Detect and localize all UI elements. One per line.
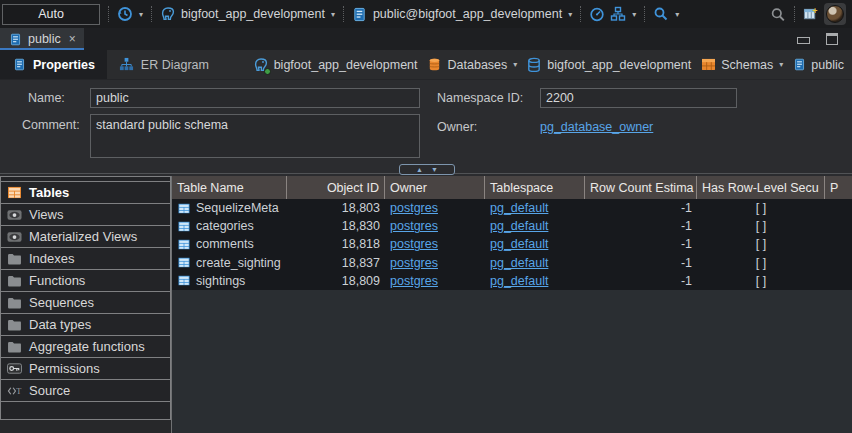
eye-icon: [7, 208, 22, 221]
tablespace-link[interactable]: pg_default: [490, 219, 548, 233]
comment-label: Comment:: [22, 118, 80, 132]
column-header-object-id[interactable]: Object ID: [287, 176, 385, 199]
grid-rows: SequelizeMeta 18,803 postgres pg_default…: [172, 199, 852, 290]
cell-rls-checkbox[interactable]: [ ]: [697, 237, 825, 251]
tables-grid: Table Name Object ID Owner Tablespace Ro…: [172, 176, 852, 433]
tablespace-link[interactable]: pg_default: [490, 237, 548, 251]
owner-link[interactable]: postgres: [390, 237, 438, 251]
toolbar-separator: [108, 6, 109, 22]
chevron-down-icon: ▾: [139, 10, 143, 19]
owner-label: Owner:: [437, 120, 477, 134]
column-header-partition[interactable]: P: [825, 176, 852, 199]
table-row[interactable]: sightings 18,809 postgres pg_default -1 …: [172, 272, 852, 290]
connection-name: bigfoot_app_development: [181, 7, 325, 21]
sidebar-item-data-types[interactable]: Data types: [0, 313, 171, 336]
tablespace-link[interactable]: pg_default: [490, 274, 548, 288]
collapse-down-icon[interactable]: ▼: [431, 166, 438, 173]
column-header-row-level-security[interactable]: Has Row-Level Secu: [697, 176, 825, 199]
cell-rls-checkbox[interactable]: [ ]: [697, 201, 825, 215]
sidebar-item-label: Views: [29, 207, 63, 222]
postgres-icon: [253, 57, 269, 73]
cell-row-count: -1: [585, 201, 697, 215]
key-icon: [7, 362, 22, 375]
avatar-icon: [826, 5, 844, 23]
database-selector[interactable]: public@bigfoot_app_development ▾: [352, 6, 572, 22]
editor-tabbar: public ×: [0, 28, 852, 50]
sidebar-item-sequences[interactable]: Sequences: [0, 291, 171, 314]
column-header-tablespace[interactable]: Tablespace: [485, 176, 585, 199]
search-metadata-button[interactable]: ▾: [653, 6, 679, 22]
close-icon[interactable]: ×: [69, 32, 76, 46]
owner-link[interactable]: postgres: [390, 201, 438, 215]
collapse-up-icon[interactable]: ▲: [416, 166, 423, 173]
sidebar-item-tables[interactable]: Tables: [0, 181, 171, 204]
breadcrumb-item-connection[interactable]: bigfoot_app_development: [253, 57, 418, 73]
tablespace-link[interactable]: pg_default: [490, 256, 548, 270]
sash-collapse-control[interactable]: ▲ ▼: [399, 164, 455, 175]
breadcrumb-item-schemas[interactable]: Schemas ▾: [700, 57, 783, 73]
cell-rls-checkbox[interactable]: [ ]: [697, 274, 825, 288]
column-header-table-name[interactable]: Table Name: [172, 176, 287, 199]
breadcrumb-item-database[interactable]: bigfoot_app_development: [526, 57, 691, 73]
folder-icon: [7, 340, 22, 353]
sidebar-item-materialized-views[interactable]: Materialized Views: [0, 225, 171, 248]
add-panel-button[interactable]: +: [803, 6, 819, 22]
comment-field[interactable]: standard public schema: [90, 114, 420, 158]
sidebar-item-aggregate-functions[interactable]: Aggregate functions: [0, 335, 171, 358]
owner-link[interactable]: postgres: [390, 256, 438, 270]
table-icon: [177, 257, 191, 268]
object-type-sidebar: Tables Views Materialized Views Indexes: [0, 176, 172, 433]
splitter-sash[interactable]: ▲ ▼: [0, 163, 852, 176]
chevron-down-icon: ▾: [632, 10, 636, 19]
cell-rls-checkbox[interactable]: [ ]: [697, 219, 825, 233]
cell-rls-checkbox[interactable]: [ ]: [697, 256, 825, 270]
postgres-icon: [160, 6, 176, 22]
cell-table-name: create_sighting: [196, 256, 281, 270]
minimize-icon[interactable]: [797, 37, 810, 44]
commit-mode-value: Auto: [38, 7, 64, 21]
grid-header: Table Name Object ID Owner Tablespace Ro…: [172, 176, 852, 199]
global-search-button[interactable]: [770, 6, 786, 22]
er-diagram-toolbar-button[interactable]: ▾: [610, 6, 636, 22]
sidebar-item-views[interactable]: Views: [0, 203, 171, 226]
table-row[interactable]: comments 18,818 postgres pg_default -1 […: [172, 235, 852, 253]
maximize-icon[interactable]: [826, 33, 838, 45]
connection-selector[interactable]: bigfoot_app_development ▾: [160, 6, 335, 22]
source-icon: T: [7, 384, 22, 397]
tab-public[interactable]: public ×: [0, 28, 84, 50]
table-row[interactable]: SequelizeMeta 18,803 postgres pg_default…: [172, 199, 852, 217]
er-graph-icon: [610, 6, 626, 22]
name-field[interactable]: [90, 88, 420, 108]
commit-mode-combo[interactable]: Auto: [2, 4, 100, 25]
toolbar-separator: [343, 6, 344, 22]
tab-properties[interactable]: Properties: [0, 50, 107, 79]
breadcrumb-item-databases[interactable]: Databases ▾: [427, 57, 518, 73]
cell-row-count: -1: [585, 219, 697, 233]
databases-folder-icon: [427, 57, 443, 73]
namespace-id-field[interactable]: [540, 88, 737, 108]
dashboard-button[interactable]: [589, 6, 605, 22]
owner-link[interactable]: pg_database_owner: [540, 120, 653, 134]
sidebar-item-label: Source: [29, 383, 70, 398]
name-label: Name:: [28, 91, 65, 105]
transaction-history-button[interactable]: ▾: [117, 6, 143, 22]
sidebar-item-indexes[interactable]: Indexes: [0, 247, 171, 270]
owner-link[interactable]: postgres: [390, 274, 438, 288]
table-row[interactable]: categories 18,830 postgres pg_default -1…: [172, 217, 852, 235]
tab-er-diagram[interactable]: ER Diagram: [107, 50, 221, 79]
column-header-owner[interactable]: Owner: [385, 176, 485, 199]
owner-link[interactable]: postgres: [390, 219, 438, 233]
sidebar-item-functions[interactable]: Functions: [0, 269, 171, 292]
svg-text:+: +: [813, 6, 818, 16]
table-row[interactable]: create_sighting 18,837 postgres pg_defau…: [172, 254, 852, 272]
sidebar-item-label: Permissions: [29, 361, 100, 376]
breadcrumb-item-schema[interactable]: public: [792, 58, 844, 72]
sidebar-item-permissions[interactable]: Permissions: [0, 357, 171, 380]
tablespace-link[interactable]: pg_default: [490, 201, 548, 215]
column-header-row-count[interactable]: Row Count Estima: [585, 176, 697, 199]
cell-row-count: -1: [585, 274, 697, 288]
cell-object-id: 18,830: [287, 219, 385, 233]
chevron-down-icon: ▾: [568, 10, 572, 19]
user-avatar[interactable]: [824, 3, 846, 25]
sidebar-item-source[interactable]: T Source: [0, 379, 171, 402]
